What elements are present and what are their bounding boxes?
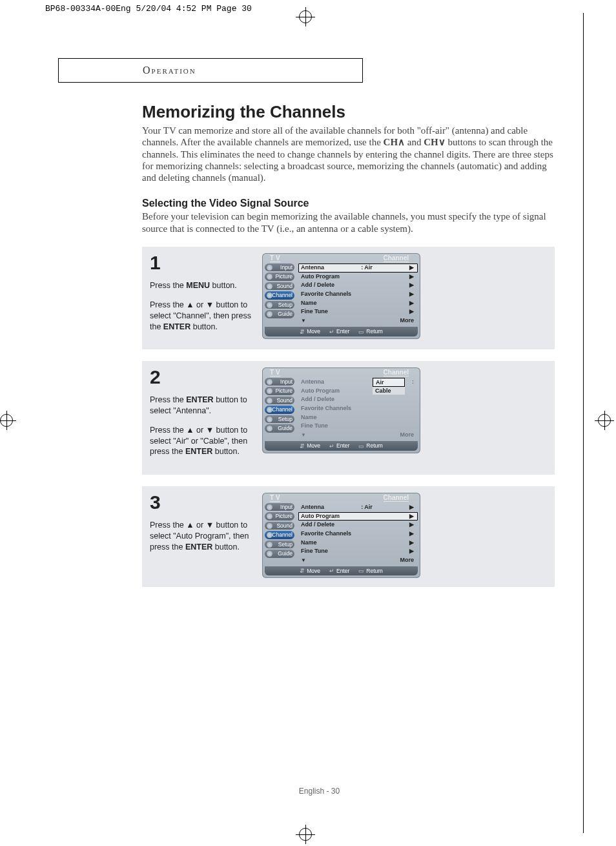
step-2: 2 Press the ENTER button to select "Ante…	[142, 361, 555, 475]
step-3: 3 Press the ▲ or ▼ button to select "Aut…	[142, 486, 555, 588]
osd-side-guide: Guide	[265, 550, 294, 558]
osd-footer-enter: Enter	[329, 442, 349, 449]
right-arrow-icon: ▶	[409, 308, 414, 316]
osd-side-sound: Sound	[265, 522, 294, 530]
osd-menu-list: Antenna: Air▶ Auto Program▶ Add / Delete…	[298, 503, 418, 565]
intro-paragraph: Your TV can memorize and store all of th…	[142, 125, 555, 183]
osd-row-autoprogram: Auto Program▶	[298, 512, 418, 521]
guide-icon	[267, 311, 272, 317]
osd-side-sound: Sound	[265, 397, 294, 405]
osd-side-picture: Picture	[265, 387, 294, 395]
picture-icon	[267, 513, 272, 519]
intro-and: and	[407, 137, 424, 147]
right-arrow-icon: ▶	[409, 300, 414, 307]
osd-row-fav: Favorite Channels▶	[298, 530, 418, 539]
osd-row-name: Name▶	[298, 539, 418, 548]
osd-row-fine: Fine Tune▶	[298, 307, 418, 316]
right-arrow-icon: ▶	[409, 291, 414, 298]
osd-title-left: T V	[270, 494, 280, 502]
right-arrow-icon: ▶	[409, 548, 414, 555]
step-3-text: Press the ▲ or ▼ button to select "Auto …	[150, 520, 253, 553]
osd-footer-enter: Enter	[329, 568, 349, 575]
section-label: Operation	[143, 65, 196, 76]
osd-side-channel: Channel	[265, 406, 294, 414]
osd-footer: Move Enter Return	[265, 327, 418, 336]
ch-down-icon: ∨	[438, 137, 446, 147]
osd-row-fav: Favorite Channels	[298, 404, 418, 413]
osd-footer-return: Return	[358, 328, 383, 335]
picture-icon	[267, 388, 272, 394]
step-1: 1 Press the MENU button. Press the ▲ or …	[142, 247, 555, 349]
setup-icon	[267, 417, 272, 422]
osd-menu-list: Antenna: Air▶ Auto Program▶ Add / Delete…	[298, 263, 418, 325]
osd-sidebar: Input Picture Sound Channel Setup Guide	[265, 378, 294, 440]
sound-icon	[267, 398, 272, 404]
osd-side-sound: Sound	[265, 282, 294, 291]
step-1-number: 1	[150, 253, 253, 273]
picture-icon	[267, 274, 272, 280]
osd-title-right: Channel	[384, 369, 409, 377]
osd-side-channel: Channel	[265, 291, 294, 300]
right-arrow-icon: ▶	[409, 273, 414, 281]
right-arrow-icon: ▶	[409, 521, 414, 529]
crop-mark-right	[598, 414, 616, 432]
sound-icon	[267, 284, 272, 289]
osd-row-name: Name	[298, 413, 418, 422]
osd-row-fine: Fine Tune▶	[298, 547, 418, 556]
right-arrow-icon: ▶	[409, 504, 414, 511]
osd-side-input: Input	[265, 503, 294, 511]
osd-footer-return: Return	[358, 568, 383, 575]
osd-title-right: Channel	[384, 254, 409, 262]
step-1-text-a: Press the MENU button.	[150, 280, 253, 291]
right-arrow-icon: ▶	[409, 513, 414, 521]
osd-footer-return: Return	[358, 442, 383, 449]
input-icon	[267, 504, 272, 510]
osd-side-setup: Setup	[265, 301, 294, 309]
osd-row-name: Name▶	[298, 299, 418, 308]
osd-title-right: Channel	[384, 494, 409, 502]
input-icon	[267, 379, 272, 385]
setup-icon	[267, 542, 272, 548]
osd-footer: Move Enter Return	[265, 441, 418, 451]
osd-footer: Move Enter Return	[265, 566, 418, 576]
right-arrow-icon: ▶	[409, 530, 414, 538]
osd-footer-move: Move	[300, 442, 320, 449]
osd-row-antenna: Antenna: Air▶	[298, 503, 418, 512]
step-2-text-b: Press the ▲ or ▼ button to select "Air" …	[150, 425, 253, 458]
osd-screenshot-3: T V Channel Input Picture Sound Channel …	[262, 493, 420, 579]
osd-side-guide: Guide	[265, 424, 294, 433]
osd-side-setup: Setup	[265, 415, 294, 424]
osd-side-channel: Channel	[265, 531, 294, 539]
osd-screenshot-2: T V Channel Input Picture Sound Channel …	[262, 367, 420, 453]
dropdown-cable: Cable	[373, 387, 405, 395]
osd-side-input: Input	[265, 263, 294, 272]
osd-footer-move: Move	[300, 328, 320, 335]
guide-icon	[267, 551, 272, 557]
setup-icon	[267, 302, 272, 308]
osd-row-fav: Favorite Channels▶	[298, 290, 418, 299]
step-2-number: 2	[150, 367, 253, 387]
dropdown-air: Air	[373, 378, 405, 387]
osd-sidebar: Input Picture Sound Channel Setup Guide	[265, 263, 294, 325]
right-arrow-icon: ▶	[409, 264, 414, 272]
input-icon	[267, 265, 272, 271]
ch-down-label: CH∨	[424, 137, 446, 147]
osd-row-autoprogram: Auto Program▶	[298, 273, 418, 282]
osd-footer-move: Move	[300, 568, 320, 575]
osd-side-setup: Setup	[265, 541, 294, 549]
osd-row-more: More	[298, 316, 418, 325]
osd-row-fine: Fine Tune	[298, 422, 418, 431]
antenna-dropdown: Air Cable	[373, 378, 405, 395]
osd-side-picture: Picture	[265, 512, 294, 521]
ch-up-icon: ∧	[398, 137, 405, 147]
right-arrow-icon: ▶	[409, 282, 414, 289]
step-2-text-a: Press the ENTER button to select "Antenn…	[150, 395, 253, 417]
section-tab: Operation	[58, 58, 363, 83]
osd-side-guide: Guide	[265, 310, 294, 318]
osd-row-adddelete: Add / Delete▶	[298, 281, 418, 290]
step-1-text-b: Press the ▲ or ▼ button to select "Chann…	[150, 300, 253, 333]
osd-footer-enter: Enter	[329, 328, 349, 335]
osd-row-more: More	[298, 556, 418, 565]
page-title: Memorizing the Channels	[142, 102, 555, 122]
osd-row-antenna: Antenna: Air▶	[298, 263, 418, 273]
